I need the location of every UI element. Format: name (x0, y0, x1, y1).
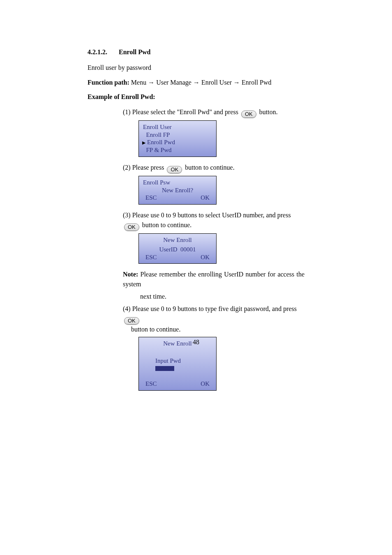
note-text1: Please remember the enrolling UserID num… (123, 271, 304, 288)
lcd2-ok: OK (201, 194, 210, 202)
step-2-text-pre: (2) Please press (123, 164, 166, 171)
section-heading: 4.2.1.2. Enroll Pwd (88, 48, 304, 56)
section-title: Enroll Pwd (119, 48, 151, 55)
lcd3-title: New Enroll (143, 236, 212, 244)
lcd1-item2-selected: Enroll Pwd (143, 138, 212, 146)
ok-button-icon: OK (167, 166, 182, 173)
lcd4-input-row: Input Pwd (143, 349, 212, 380)
note-label: Note: (123, 271, 138, 278)
lcd4-ok: OK (201, 380, 210, 388)
step-4-text-pre: (4) Please use 0 to 9 buttons to type fi… (123, 305, 297, 312)
lcd3-userid: UserID 00001 (143, 246, 212, 253)
step-2: (2) Please press OK button to continue. … (123, 163, 304, 205)
arrow-icon: → (232, 79, 242, 86)
function-path-label: Function path: (88, 79, 129, 86)
arrow-icon: → (146, 79, 156, 86)
section-number: 4.2.1.2. (88, 48, 117, 56)
ok-button-icon: OK (124, 223, 139, 231)
example-label: Example of Enroll Pwd: (88, 92, 304, 101)
lcd4-esc: ESC (145, 380, 157, 388)
lcd4-input-label: Input Pwd (155, 357, 181, 364)
password-field-icon (155, 366, 174, 371)
lcd1-title: Enroll User (143, 123, 212, 131)
lcd3-ok: OK (201, 253, 210, 261)
path-seg-0: Menu (131, 79, 146, 86)
step-4: (4) Please use 0 to 9 buttons to type fi… (123, 304, 304, 391)
lcd-screen-2: Enroll Psw New Enroll? ESC OK (138, 176, 217, 205)
note-text2: next time. (140, 292, 304, 302)
page-number: 48 (0, 339, 392, 346)
arrow-icon: → (191, 79, 201, 86)
function-path: Function path: Menu→User Manage→Enroll U… (88, 78, 304, 87)
step-3: (3) Please use 0 to 9 buttons to select … (123, 210, 304, 264)
step-2-text-post: button to continue. (185, 164, 234, 171)
ok-button-icon: OK (241, 111, 256, 118)
lcd2-title: Enroll Psw (143, 179, 212, 187)
lcd-screen-1: Enroll User Enroll FP Enroll Pwd FP & Pw… (138, 120, 217, 157)
lcd3-esc: ESC (145, 253, 157, 261)
path-seg-3: Enroll Pwd (242, 79, 271, 86)
step-3-line1: (3) Please use 0 to 9 buttons to select … (123, 210, 304, 220)
path-seg-2: Enroll User (201, 79, 232, 86)
path-seg-1: User Manage (156, 79, 191, 86)
lcd-screen-3: New Enroll UserID 00001 ESC OK (138, 233, 217, 264)
document-page: 4.2.1.2. Enroll Pwd Enroll user by passw… (0, 0, 392, 555)
lcd1-item3: FP & Pwd (143, 146, 212, 154)
intro-text: Enroll user by password (88, 63, 304, 72)
lcd2-line: New Enroll? (143, 187, 212, 194)
note-block: Note: Please remember the enrolling User… (123, 269, 304, 289)
lcd2-esc: ESC (145, 194, 157, 202)
step-1-text-pre: (1) Please select the "Enroll Pwd" and p… (123, 108, 240, 115)
lcd1-item1: Enroll FP (143, 131, 212, 139)
step-1-text-post: button. (259, 108, 278, 115)
step-3-line2: button to continue. (142, 221, 191, 228)
step-4-text-post: button to continue. (131, 325, 304, 334)
step-1: (1) Please select the "Enroll Pwd" and p… (123, 107, 304, 157)
ok-button-icon: OK (124, 317, 139, 325)
